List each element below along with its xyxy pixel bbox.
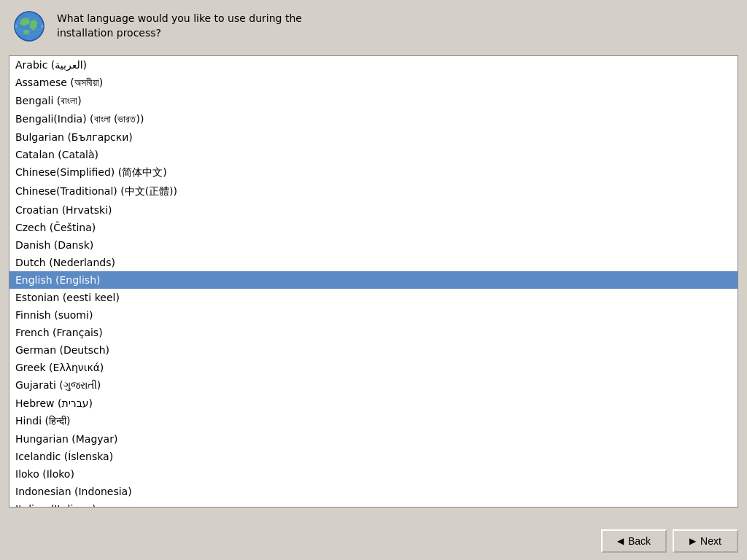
language-item-iloko[interactable]: Iloko (Iloko) xyxy=(9,465,738,483)
language-item-french[interactable]: French (Français) xyxy=(9,324,738,341)
next-arrow-icon: ▶ xyxy=(689,536,696,546)
language-item-bengali-india[interactable]: Bengali(India) (বাংলা (ভারত)) xyxy=(9,110,738,128)
language-item-catalan[interactable]: Catalan (Català) xyxy=(9,146,738,163)
language-item-croatian[interactable]: Croatian (Hrvatski) xyxy=(9,201,738,219)
back-label: Back xyxy=(628,535,651,547)
next-button[interactable]: ▶ Next xyxy=(673,529,738,553)
language-list-container: Arabic (العربية)Assamese (অসমীয়া)Bengal… xyxy=(9,55,738,508)
language-item-german[interactable]: German (Deutsch) xyxy=(9,341,738,359)
next-label: Next xyxy=(700,535,721,547)
language-item-hindi[interactable]: Hindi (हिन्दी) xyxy=(9,412,738,430)
language-list[interactable]: Arabic (العربية)Assamese (অসমীয়া)Bengal… xyxy=(9,56,738,507)
language-item-indonesian[interactable]: Indonesian (Indonesia) xyxy=(9,483,738,500)
header: What language would you like to use duri… xyxy=(0,0,747,52)
back-button[interactable]: ◀ Back xyxy=(601,529,667,553)
language-item-bengali[interactable]: Bengali (বাংলা) xyxy=(9,92,738,110)
language-item-chinese-traditional[interactable]: Chinese(Traditional) (中文(正體)) xyxy=(9,182,738,201)
language-item-chinese-simplified[interactable]: Chinese(Simplified) (简体中文) xyxy=(9,163,738,182)
language-item-finnish[interactable]: Finnish (suomi) xyxy=(9,306,738,324)
language-item-czech[interactable]: Czech (Čeština) xyxy=(9,219,738,236)
language-item-estonian[interactable]: Estonian (eesti keel) xyxy=(9,289,738,306)
language-item-hungarian[interactable]: Hungarian (Magyar) xyxy=(9,430,738,448)
back-arrow-icon: ◀ xyxy=(617,536,624,546)
language-item-bulgarian[interactable]: Bulgarian (Български) xyxy=(9,128,738,146)
language-item-greek[interactable]: Greek (Ελληνικά) xyxy=(9,359,738,376)
language-item-gujarati[interactable]: Gujarati (ગુજરાતી) xyxy=(9,376,738,394)
language-item-italian[interactable]: Italian (Italiano) xyxy=(9,500,738,507)
language-item-arabic[interactable]: Arabic (العربية) xyxy=(9,56,738,74)
language-item-dutch[interactable]: Dutch (Nederlands) xyxy=(9,254,738,271)
header-question: What language would you like to use duri… xyxy=(57,12,302,40)
globe-icon xyxy=(12,9,47,44)
language-item-danish[interactable]: Danish (Dansk) xyxy=(9,236,738,254)
language-item-english[interactable]: English (English) xyxy=(9,271,738,289)
footer: ◀ Back ▶ Next xyxy=(0,522,747,560)
language-item-assamese[interactable]: Assamese (অসমীয়া) xyxy=(9,74,738,92)
language-item-icelandic[interactable]: Icelandic (Íslenska) xyxy=(9,448,738,465)
language-item-hebrew[interactable]: Hebrew (עברית) xyxy=(9,394,738,412)
